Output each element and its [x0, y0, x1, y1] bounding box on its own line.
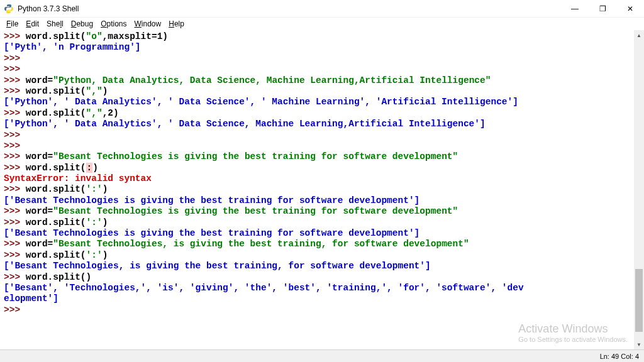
menu-window[interactable]: Window: [131, 19, 165, 28]
code-text: word=: [26, 75, 53, 85]
prompt: >>>: [4, 206, 26, 216]
prompt: >>>: [4, 272, 26, 282]
prompt: >>>: [4, 184, 26, 194]
syntax-error-highlight: :: [86, 163, 93, 173]
prompt: >>>: [4, 64, 20, 74]
window-controls: ― ❐ ✕: [561, 0, 644, 17]
code-text: ): [103, 250, 108, 260]
prompt: >>>: [4, 151, 26, 162]
string-literal: ':': [86, 184, 103, 194]
prompt: >>>: [4, 305, 20, 315]
output-text: ['Pyth', 'n Programming']: [4, 42, 141, 52]
python-icon: [4, 4, 14, 14]
code-text: ,2): [103, 108, 119, 118]
titlebar: Python 3.7.3 Shell ― ❐ ✕: [0, 0, 644, 18]
prompt: >>>: [4, 75, 26, 85]
menu-file[interactable]: File: [3, 19, 22, 28]
output-text: ['Besant Technologies is giving the best…: [4, 195, 419, 206]
output-text: ['Python', ' Data Analytics', ' Data Sci…: [4, 97, 518, 107]
prompt: >>>: [4, 141, 20, 151]
menubar: File Edit Shell Debug Options Window Hel…: [0, 18, 644, 30]
prompt: >>>: [4, 217, 26, 228]
scroll-up-icon[interactable]: ▲: [634, 30, 644, 40]
string-literal: "Besant Technologies, is giving the best…: [53, 239, 469, 249]
statusbar: Ln: 49 Col: 4: [0, 349, 644, 362]
code-text: ,maxsplit=1): [103, 31, 168, 41]
error-text: SyntaxError: invalid syntax: [4, 173, 152, 184]
menu-options[interactable]: Options: [97, 19, 130, 28]
string-literal: ",": [86, 86, 103, 96]
window-title: Python 3.7.3 Shell: [18, 4, 561, 13]
close-button[interactable]: ✕: [616, 0, 644, 17]
string-literal: "Python, Data Analytics, Data Science, M…: [53, 75, 491, 85]
code-text: word.split(): [26, 272, 91, 282]
output-text: ['Besant Technologies, is giving the bes…: [4, 261, 431, 271]
prompt: >>>: [4, 86, 26, 96]
prompt: >>>: [4, 130, 20, 140]
string-literal: "o": [86, 31, 103, 41]
menu-debug[interactable]: Debug: [67, 19, 97, 28]
output-text: ['Besant', 'Technologies,', 'is', 'givin…: [4, 283, 524, 304]
prompt: >>>: [4, 31, 26, 41]
minimize-button[interactable]: ―: [561, 0, 589, 17]
code-text: word.split(: [26, 217, 86, 228]
menu-shell[interactable]: Shell: [43, 19, 67, 28]
code-text: word.split(: [26, 250, 86, 260]
code-text: word.split(: [26, 108, 86, 118]
code-text: word.split(: [26, 86, 86, 96]
prompt: >>>: [4, 53, 20, 63]
vertical-scrollbar[interactable]: ▲ ▼: [634, 30, 644, 349]
string-literal: "Besant Technologies is giving the best …: [53, 151, 458, 162]
code-text: word=: [26, 206, 53, 216]
code-text: word.split(: [26, 163, 86, 173]
menu-edit[interactable]: Edit: [22, 19, 43, 28]
menu-help[interactable]: Help: [165, 19, 188, 28]
output-text: ['Besant Technologies is giving the best…: [4, 228, 419, 238]
prompt: >>>: [4, 250, 26, 260]
prompt: >>>: [4, 239, 26, 249]
code-text: ): [92, 163, 98, 173]
string-literal: ':': [86, 217, 103, 228]
prompt: >>>: [4, 108, 26, 118]
code-text: ): [103, 184, 108, 194]
code-text: word=: [26, 151, 53, 162]
code-text: word.split(: [26, 31, 86, 41]
code-text: ): [103, 86, 108, 96]
string-literal: "Besant Technologies is giving the best …: [53, 206, 458, 216]
prompt: >>>: [4, 163, 26, 173]
maximize-button[interactable]: ❐: [589, 0, 616, 17]
code-text: word.split(: [26, 184, 86, 194]
output-text: ['Python', ' Data Analytics', ' Data Sci…: [4, 119, 486, 129]
scroll-down-icon[interactable]: ▼: [634, 339, 644, 349]
code-text: word=: [26, 239, 53, 249]
cursor-position: Ln: 49 Col: 4: [600, 353, 639, 360]
string-literal: ':': [86, 250, 103, 260]
scroll-thumb[interactable]: [635, 269, 643, 332]
code-text: ): [103, 217, 108, 228]
shell-content[interactable]: >>> word.split("o",maxsplit=1) ['Pyth', …: [0, 30, 644, 349]
string-literal: ",": [86, 108, 103, 118]
